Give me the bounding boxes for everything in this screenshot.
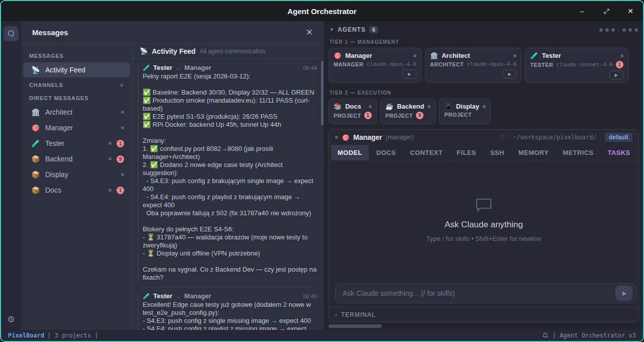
messages-nav-button[interactable] bbox=[4, 26, 19, 41]
agent-name: Tester bbox=[542, 52, 561, 59]
tab-tasks[interactable]: TASKS bbox=[601, 145, 637, 160]
tab-model[interactable]: MODEL bbox=[331, 145, 369, 160]
messages-sidebar: MESSAGES 📡 Activity Feed CHANNELS + DIRE… bbox=[21, 44, 133, 330]
bell-icon[interactable] bbox=[542, 332, 549, 339]
message-header: 🧪 Tester → Manager 06:45 bbox=[143, 292, 317, 300]
tab-context[interactable]: CONTEXT bbox=[403, 145, 449, 160]
app-window: Agent Orchestrator – ⤢ ✕ ⚙ Messages bbox=[0, 0, 644, 342]
agents-panel: ▼ AGENTS 6 TIER 1 — MANAGEMENT 🎯 Manager… bbox=[325, 21, 643, 330]
feed-message-list[interactable]: 🧪 Tester → Manager 06:44 Pełny raport E2… bbox=[133, 59, 324, 330]
tab-docs[interactable]: DOCS bbox=[370, 145, 402, 160]
message-timestamp: 06:45 bbox=[303, 293, 317, 299]
feed-subtitle: All agent communication bbox=[199, 48, 265, 55]
settings-gear-icon[interactable]: ⚙ bbox=[7, 314, 15, 325]
dot-button[interactable] bbox=[599, 28, 603, 32]
sidebar-item-backend[interactable]: 📦 Backend 9 bbox=[23, 151, 130, 166]
sidebar-item-display[interactable]: 📦 Display bbox=[23, 167, 130, 182]
agent-card-docs[interactable]: 📚 Docs PROJECT 1 bbox=[329, 99, 377, 124]
collapse-caret-icon[interactable]: ▼ bbox=[330, 27, 334, 32]
chat-input-row: ➤ bbox=[329, 279, 638, 307]
title-bar: Agent Orchestrator – ⤢ ✕ bbox=[1, 1, 643, 21]
dot-button[interactable] bbox=[628, 28, 632, 32]
agent-role: PROJECT bbox=[334, 113, 361, 119]
agent-detail-panel: 🎯 Manager (manager) ♡ · ~/workspace/pixe… bbox=[329, 129, 639, 322]
sidebar-item-tester[interactable]: 🧪 Tester 1 bbox=[23, 136, 130, 151]
tab-metrics[interactable]: METRICS bbox=[556, 145, 600, 160]
dot-button[interactable] bbox=[611, 28, 615, 32]
presence-dot bbox=[109, 142, 112, 145]
agent-role: PROJECT bbox=[444, 112, 472, 118]
brand-label: PixelBoard bbox=[8, 332, 44, 339]
manager-icon: 🎯 bbox=[334, 52, 342, 59]
display-icon: 📦 bbox=[31, 170, 40, 179]
backend-icon: 📦 bbox=[31, 155, 40, 163]
horizontal-scrollbar-thumb[interactable] bbox=[329, 324, 382, 328]
architect-icon: 🏛️ bbox=[430, 52, 438, 59]
messages-panel: Messages ✕ MESSAGES 📡 Activity Feed CHAN… bbox=[21, 21, 325, 330]
messages-section-label: MESSAGES bbox=[21, 50, 132, 62]
agent-name: Display bbox=[456, 103, 479, 110]
agents-label: AGENTS bbox=[338, 26, 366, 33]
phone-icon: 📱 bbox=[444, 103, 452, 110]
close-button[interactable]: ✕ bbox=[625, 7, 636, 15]
manager-icon: 🎯 bbox=[342, 134, 350, 141]
message-sender: Tester bbox=[153, 292, 172, 300]
env-badge[interactable]: default bbox=[605, 133, 632, 142]
sidebar-item-label: Manager bbox=[45, 124, 73, 132]
tier2-cards: 📚 Docs PROJECT 1 ☕ Backend PROJECT 9 📱 bbox=[329, 99, 639, 124]
tab-memory[interactable]: MEMORY bbox=[512, 145, 555, 160]
dot-button[interactable] bbox=[605, 28, 609, 32]
tester-icon: 🧪 bbox=[143, 64, 150, 71]
sidebar-item-manager[interactable]: 🎯 Manager bbox=[23, 120, 130, 135]
satellite-icon: 📡 bbox=[31, 66, 40, 74]
chevron-right-icon: › bbox=[335, 311, 337, 318]
sidebar-item-docs[interactable]: 📦 Docs 1 bbox=[23, 183, 130, 198]
tab-ssh[interactable]: SSH bbox=[484, 145, 511, 160]
books-icon: 📚 bbox=[334, 103, 342, 110]
agent-card-tester[interactable]: 🧪 Tester TESTER claude-sonnet-4-6 1 ▶ bbox=[525, 48, 628, 83]
play-icon: ▶ bbox=[408, 72, 411, 76]
terminal-toggle[interactable]: › TERMINAL bbox=[329, 307, 638, 322]
heart-icon[interactable]: ♡ bbox=[500, 134, 505, 141]
manager-icon: 🎯 bbox=[31, 124, 40, 132]
unread-badge: 1 bbox=[117, 140, 124, 147]
version-label: | Agent Orchestrator v3 bbox=[553, 332, 636, 339]
satellite-icon: 📡 bbox=[140, 47, 148, 55]
message-body: Pełny raport E2E (sesja 2026-03-12): ✅ B… bbox=[143, 72, 317, 282]
arrow-icon: → bbox=[175, 293, 181, 300]
feed-scrollbar-thumb[interactable] bbox=[321, 61, 324, 125]
agent-card-backend[interactable]: ☕ Backend PROJECT 9 bbox=[380, 99, 436, 124]
workspace-path: ~/workspace/pixelboard/ bbox=[513, 134, 596, 141]
ask-claude-input[interactable] bbox=[335, 283, 636, 303]
sidebar-item-activity-feed[interactable]: 📡 Activity Feed bbox=[23, 62, 130, 77]
presence-dot bbox=[620, 54, 623, 57]
maximize-button[interactable]: ⤢ bbox=[601, 7, 612, 16]
tab-files[interactable]: FILES bbox=[450, 145, 483, 160]
sidebar-item-label: Backend bbox=[45, 155, 72, 163]
play-button[interactable]: ▶ bbox=[402, 69, 416, 78]
horizontal-scrollbar[interactable] bbox=[329, 324, 639, 328]
play-button[interactable]: ▶ bbox=[502, 69, 516, 78]
message-timestamp: 06:44 bbox=[303, 65, 317, 71]
add-channel-button[interactable]: + bbox=[120, 81, 124, 89]
feed-message: 🧪 Tester → Manager 06:44 Pełny raport E2… bbox=[138, 64, 317, 282]
dot-button[interactable] bbox=[634, 28, 638, 32]
presence-dot bbox=[369, 105, 372, 108]
agent-card-manager[interactable]: 🎯 Manager MANAGER claude-opus-4-6 ▶ bbox=[329, 48, 421, 83]
tester-icon: 🧪 bbox=[143, 293, 150, 300]
unread-badge: 1 bbox=[117, 187, 124, 194]
messages-close-icon[interactable]: ✕ bbox=[306, 27, 313, 38]
send-button[interactable]: ➤ bbox=[615, 286, 632, 301]
play-button[interactable]: ▶ bbox=[609, 70, 623, 79]
agent-card-architect[interactable]: 🏛️ Architect ARCHITECT claude-opus-4-6 ▶ bbox=[425, 48, 522, 83]
agent-card-display[interactable]: 📱 Display PROJECT bbox=[439, 99, 490, 124]
empty-state-hint: Type / for skills • Shift+Enter for newl… bbox=[426, 235, 542, 242]
sidebar-item-label: Tester bbox=[45, 139, 64, 147]
icon-strip: ⚙ bbox=[1, 21, 21, 330]
dot-button[interactable] bbox=[622, 28, 626, 32]
agent-name: Docs bbox=[345, 103, 361, 110]
sidebar-item-architect[interactable]: 🏛️ Architect bbox=[23, 105, 130, 120]
tab-audit[interactable]: AUDIT bbox=[638, 145, 639, 160]
minimize-button[interactable]: – bbox=[577, 7, 588, 15]
unread-badge: 1 bbox=[616, 61, 623, 68]
